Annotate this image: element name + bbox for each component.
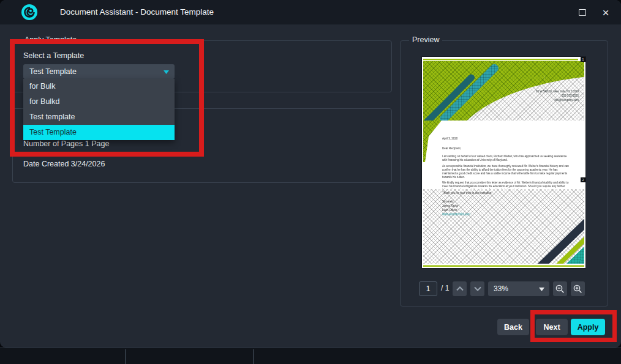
preview-legend: Preview <box>409 35 442 44</box>
zoom-in-button[interactable] <box>571 281 585 296</box>
background-window-strip <box>0 347 621 364</box>
number-of-pages-text: Number of Pages 1 Page <box>23 139 109 148</box>
chevron-down-icon <box>539 288 544 291</box>
doc-paragraph: As a responsible financial institution, … <box>442 165 569 179</box>
chevron-down-icon <box>474 286 481 291</box>
template-select-value: Test Template <box>29 64 77 79</box>
apply-button[interactable]: Apply <box>571 319 605 335</box>
doc-footer-area: Thank you for your trust in our institut… <box>423 189 584 264</box>
doc-salutation: Dear Recipient, <box>442 147 569 150</box>
doc-sender-name: James Taylor <box>442 204 458 208</box>
zoom-level-value: 33% <box>494 281 508 296</box>
preview-groupbox: Preview 1 COMPANY 30 W 54th St, New York… <box>400 40 608 306</box>
close-icon: × <box>602 7 609 18</box>
doc-sender-title: Loan Officer <box>442 209 457 212</box>
doc-bottom-accent-bar <box>423 266 584 267</box>
doc-paragraph: I am writing on behalf of our valued cli… <box>442 155 569 162</box>
doc-green-wedge <box>423 121 442 162</box>
dialog-window: Document Assistant - Document Template ×… <box>0 0 621 347</box>
chevron-down-icon <box>164 70 169 74</box>
strip-divider <box>125 349 126 364</box>
doc-company-logo: COMPANY <box>523 76 545 80</box>
page-badge: 1 <box>581 57 585 62</box>
doc-letterhead: COMPANY 30 W 54th St, New York, NY 10019… <box>423 61 584 121</box>
doc-date: April 3, 2020 <box>442 137 569 141</box>
close-button[interactable]: × <box>594 0 617 24</box>
dropdown-option[interactable]: for Bulkd <box>23 94 175 110</box>
doc-signoff: Sincerely, <box>442 200 454 204</box>
back-button[interactable]: Back <box>497 319 529 335</box>
title-bar: Document Assistant - Document Template × <box>0 0 621 24</box>
select-template-label: Select a Template <box>23 51 84 60</box>
template-select[interactable]: Test Template <box>23 64 175 79</box>
date-created-text: Date Created 3/24/2026 <box>23 160 105 168</box>
page-badge: 2 <box>581 177 585 182</box>
maximize-button[interactable] <box>571 0 594 24</box>
doc-address-block: 30 W 54th St, New York, NY 10019 555-555… <box>536 89 579 102</box>
doc-closing: Thank you for your trust in our institut… <box>442 191 492 195</box>
apply-template-legend: Apply Template <box>21 35 80 44</box>
dropdown-option-highlighted[interactable]: Test Template <box>23 125 175 140</box>
doc-top-accent-bar <box>423 59 578 61</box>
chevron-up-icon <box>456 286 464 291</box>
page-number-input[interactable] <box>419 281 437 296</box>
dropdown-option[interactable]: for Bulk <box>23 79 175 94</box>
zoom-in-icon <box>573 284 582 294</box>
zoom-level-select[interactable]: 33% <box>488 281 549 296</box>
window-title: Document Assistant - Document Template <box>60 0 214 24</box>
doc-sender-link: www.companysite.com <box>442 212 470 216</box>
strip-divider <box>253 349 254 364</box>
app-logo-icon <box>21 4 38 21</box>
dropdown-option[interactable]: Test template <box>23 110 175 125</box>
previous-page-button[interactable] <box>453 281 467 296</box>
zoom-out-icon <box>555 284 565 294</box>
document-preview-page[interactable]: 1 COMPANY 30 W 54th St, New York, NY 100… <box>422 57 585 268</box>
next-button[interactable]: Next <box>536 319 568 335</box>
zoom-out-button[interactable] <box>553 281 567 296</box>
template-dropdown-list: for Bulk for Bulkd Test template Test Te… <box>23 79 175 140</box>
page-total-label: / 1 <box>441 284 449 292</box>
next-page-button[interactable] <box>470 281 484 296</box>
maximize-icon <box>579 9 586 16</box>
